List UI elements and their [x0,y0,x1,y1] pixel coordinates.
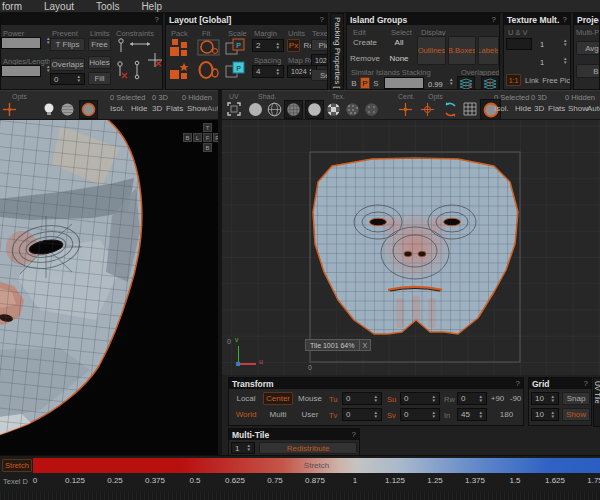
stretch-tab[interactable]: Stretch [2,459,32,472]
free-button[interactable]: Free [88,38,111,51]
pivot-mouse-button[interactable]: Mouse [295,392,325,405]
pack-islands-icon[interactable] [169,38,191,57]
pack-selected-icon[interactable] [169,61,191,80]
menu-tools[interactable]: Tools [96,1,119,12]
rotate-180-button[interactable]: 180 [489,408,524,421]
shaded-circle-icon[interactable] [248,102,263,117]
crosshair-x-icon[interactable] [147,52,163,68]
center-target-icon[interactable] [420,102,435,117]
create-button[interactable]: Create [349,36,381,49]
outlines-button[interactable]: Outlines [417,36,446,65]
units-px-button[interactable]: Px [287,39,300,52]
help-icon[interactable]: ? [352,430,356,439]
grid-size2-field[interactable]: 10▲▼ [531,408,559,421]
view-top-button[interactable]: T [203,123,212,132]
tex-dots-icon[interactable] [345,102,360,117]
rw-field[interactable]: 0▲▼ [457,392,487,405]
help-icon[interactable]: ? [155,15,159,24]
pin-line-icon[interactable] [134,60,140,80]
free-uv-button[interactable]: Free [541,74,559,86]
stacking-slider[interactable] [384,77,424,89]
spacing-field[interactable]: 4▲▼ [252,65,284,78]
labels-button[interactable]: Labels [478,36,499,65]
bboxes-button[interactable]: B.Boxes [448,36,476,65]
view-front-button[interactable]: F [203,133,212,142]
uv-viewport[interactable]: 0 v u Tile 1001 64% X 0 [222,120,600,375]
flats-button[interactable]: Flats [548,104,565,113]
help-icon[interactable]: ? [584,379,588,388]
flats-button[interactable]: Flats [166,104,183,113]
show-button[interactable]: Show [187,104,207,113]
center-pivot-icon[interactable] [398,102,413,117]
select-none-button[interactable]: None [385,52,413,65]
power-slider[interactable] [1,37,41,49]
ratio-1-1-button[interactable]: 1:1 [506,74,521,86]
lightbulb-icon[interactable] [42,102,56,117]
tex-solid-active-icon[interactable] [305,100,324,119]
auto-button[interactable]: Auto [587,104,600,113]
texel-value-field[interactable]: 1024▲▼ [311,54,328,66]
stack-s-button[interactable]: S [371,77,381,89]
isolate-button[interactable]: Isol. [110,104,125,113]
texel-set-button[interactable]: Set [311,69,328,81]
redistribute-button[interactable]: Redistribute [259,442,357,454]
3d-button[interactable]: 3D [534,104,544,113]
menu-layout[interactable]: Layout [44,1,74,12]
uv-tile-tab[interactable]: UV Tile [593,377,600,427]
pin-x-icon[interactable] [115,60,129,80]
pic-button[interactable]: Pic [558,74,571,86]
grid-toggle-icon[interactable] [463,102,477,116]
tflips-button[interactable]: T Flips [50,38,85,51]
stacking-spinner[interactable]: ▲▼ [449,78,453,86]
isolate-button[interactable]: Isol. [494,104,509,113]
view-nav-widget[interactable]: T B L F R B [183,123,218,153]
stack-p-button[interactable]: P [360,77,370,89]
link-button[interactable]: Link [523,74,541,86]
avg-normals-button[interactable]: Avg N [576,41,600,55]
pivot-user-button[interactable]: User [295,408,325,421]
view-bottom-button[interactable]: B [203,143,212,152]
overlaps-button[interactable]: Overlaps [50,58,85,71]
3d-button[interactable]: 3D [152,104,162,113]
scale-pick-icon[interactable]: P [225,38,245,57]
tv-field[interactable]: 0▲▼ [342,408,382,421]
move-tool-icon[interactable] [2,102,17,117]
menu-help[interactable]: Help [141,1,162,12]
su-field[interactable]: 0▲▼ [400,392,440,405]
remove-button[interactable]: Remove [349,52,381,65]
u-mult-input[interactable] [506,38,532,50]
shaded-sphere-icon[interactable] [60,102,75,117]
margin-field[interactable]: 2▲▼ [252,39,284,52]
texel-density-tab[interactable]: Texel D [3,477,28,486]
u-mult-spinner[interactable]: ▲▼ [563,39,567,47]
rotate-plus90-button[interactable]: +90 [489,392,506,405]
tu-field[interactable]: 0▲▼ [342,392,382,405]
tile-close-button[interactable]: X [360,339,372,351]
hide-button[interactable]: Hide [131,104,147,113]
stack-similar-icon[interactable] [457,76,475,90]
axis-arrow-icon[interactable] [129,40,151,48]
pivot-world-button[interactable]: World [231,408,261,421]
tile-u-field[interactable]: 1▲▼ [231,442,255,454]
pivot-multi-button[interactable]: Multi [263,408,293,421]
tex-checker-icon[interactable] [326,102,341,117]
pivot-local-button[interactable]: Local [231,392,261,405]
stack-b-button[interactable]: B [349,77,359,89]
uv-frame-icon[interactable] [227,102,241,116]
hide-button[interactable]: Hide [515,104,531,113]
help-icon[interactable]: ? [516,379,520,388]
view-left-button[interactable]: L [193,133,202,142]
wire-globe-icon[interactable] [267,102,282,117]
pin-constraint-icon[interactable] [115,38,127,54]
stretch-gradient-bar[interactable]: Stretch [33,458,600,473]
show-button[interactable]: Show [568,104,588,113]
scale-set-icon[interactable]: P [225,61,245,80]
sv-field[interactable]: 0▲▼ [400,408,440,421]
tex-dots2-icon[interactable] [364,102,379,117]
stack-overlapped-icon[interactable] [481,76,499,90]
in-field[interactable]: 45▲▼ [457,408,487,421]
box-projection-button[interactable]: B [576,64,600,78]
help-icon[interactable]: ? [563,15,567,24]
packing-properties-tab[interactable]: Packing Properties [Glo [330,13,344,90]
grid-show-button[interactable]: Show [562,408,590,421]
